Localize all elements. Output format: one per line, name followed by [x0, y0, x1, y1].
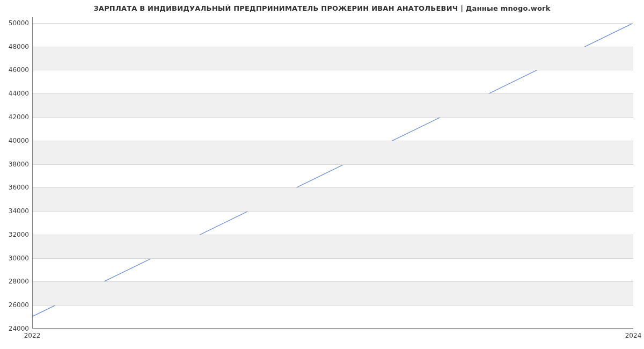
y-gridline	[33, 117, 633, 118]
y-tick-label: 34000	[2, 207, 29, 215]
y-tick-label: 50000	[2, 19, 29, 27]
y-gridline	[33, 281, 633, 282]
plot-band	[33, 93, 633, 117]
y-tick-label: 48000	[2, 43, 29, 50]
x-tick-label: 2022	[24, 332, 41, 339]
y-gridline	[33, 211, 633, 212]
x-tick-label: 2024	[625, 332, 642, 339]
plot-band	[33, 141, 633, 164]
salary-line-chart: ЗАРПЛАТА В ИНДИВИДУАЛЬНЫЙ ПРЕДПРИНИМАТЕЛ…	[0, 0, 644, 349]
y-tick-label: 44000	[2, 90, 29, 97]
y-tick-label: 24000	[2, 325, 29, 332]
y-gridline	[33, 258, 633, 259]
y-tick-label: 46000	[2, 66, 29, 74]
y-tick-label: 32000	[2, 231, 29, 238]
y-gridline	[33, 164, 633, 165]
y-gridline	[33, 235, 633, 235]
y-tick-label: 26000	[2, 301, 29, 309]
y-gridline	[33, 305, 633, 306]
plot-band	[33, 235, 633, 258]
y-tick-label: 42000	[2, 113, 29, 121]
y-tick-label: 40000	[2, 137, 29, 144]
y-gridline	[33, 93, 633, 94]
plot-area	[32, 17, 633, 329]
plot-band	[33, 281, 633, 305]
plot-band	[33, 47, 633, 70]
chart-title: ЗАРПЛАТА В ИНДИВИДУАЛЬНЫЙ ПРЕДПРИНИМАТЕЛ…	[0, 4, 644, 12]
y-tick-label: 30000	[2, 255, 29, 262]
y-gridline	[33, 187, 633, 188]
plot-band	[33, 187, 633, 211]
y-gridline	[33, 23, 633, 24]
y-tick-label: 38000	[2, 161, 29, 168]
y-gridline	[33, 70, 633, 70]
y-gridline	[33, 141, 633, 141]
y-tick-label: 28000	[2, 278, 29, 285]
y-gridline	[33, 47, 633, 47]
y-tick-label: 36000	[2, 184, 29, 191]
